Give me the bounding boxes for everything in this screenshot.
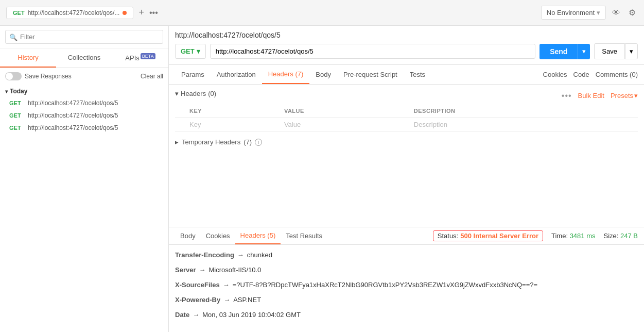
send-dropdown-button[interactable]: ▾ (578, 44, 590, 59)
response-header-row: Date → Mon, 03 Jun 2019 10:04:02 GMT (175, 311, 638, 319)
dots-menu[interactable]: ••• (562, 91, 572, 101)
response-tab-body[interactable]: Body (175, 228, 201, 244)
row-description[interactable]: Description (410, 118, 638, 132)
response-tab-headers[interactable]: Headers (5) (235, 227, 281, 244)
history-url: http://localhost:4727/ocelot/qos/5 (28, 112, 118, 119)
request-url-title: http://localhost:4727/ocelot/qos/5 (175, 31, 638, 39)
sidebar-tab-history[interactable]: History (0, 48, 56, 68)
resp-arrow-3: → (223, 296, 230, 304)
time-label: Time: 3481 ms (551, 232, 596, 240)
tmp-headers-label: Temporary Headers (182, 138, 240, 146)
tab-params[interactable]: Params (175, 65, 211, 84)
section-arrow: ▾ (5, 89, 8, 94)
resp-val-2: =?UTF-8?B?RDpcTWFya1xHaXRcT2NlbG90RGVtb1… (233, 281, 537, 289)
tab-body[interactable]: Body (309, 65, 337, 84)
save-dropdown-button[interactable]: ▾ (625, 43, 638, 59)
th-checkbox (175, 105, 185, 118)
resp-val-0: chunked (247, 251, 272, 259)
tmp-headers-count: (7) (243, 138, 252, 146)
unsaved-dot (123, 11, 127, 15)
gear-button[interactable]: ⚙ (626, 6, 638, 20)
send-button[interactable]: Send (539, 44, 578, 59)
headers-group-label: Headers (181, 90, 206, 97)
tmp-headers-info[interactable]: i (255, 139, 262, 146)
tab-headers[interactable]: Headers (7) (262, 65, 310, 84)
tab-authorization[interactable]: Authorization (211, 65, 262, 84)
history-method: GET (9, 100, 24, 106)
list-item[interactable]: GET http://localhost:4727/ocelot/qos/5 (5, 109, 163, 122)
headers-section: ▾ Headers (0) ••• Bulk Edit Presets ▾ (169, 85, 644, 227)
response-tab-cookies[interactable]: Cookies (201, 228, 235, 244)
time-value: 3481 ms (570, 232, 596, 240)
eye-button[interactable]: 👁 (610, 6, 622, 20)
row-key[interactable]: Key (185, 118, 280, 132)
table-row: Key Value Description (175, 118, 638, 132)
request-row: GET ▾ Send ▾ Save ▾ (175, 43, 638, 59)
clear-all-button[interactable]: Clear all (141, 73, 163, 80)
method-select[interactable]: GET ▾ (175, 44, 206, 59)
save-button[interactable]: Save (594, 43, 625, 59)
request-tab-bar: GET http://localhost:4727/ocelot/qos/...… (6, 6, 158, 19)
request-url-bar: http://localhost:4727/ocelot/qos/5 GET ▾… (169, 26, 644, 65)
env-chevron: ▾ (597, 9, 600, 16)
resp-key-1: Server (175, 266, 196, 274)
presets-button[interactable]: Presets ▾ (611, 92, 638, 99)
resp-val-3: ASP.NET (233, 296, 261, 304)
headers-group-arrow: ▾ (175, 90, 179, 97)
resp-val-4: Mon, 03 Jun 2019 10:04:02 GMT (202, 311, 301, 319)
history-method: GET (9, 112, 24, 119)
resp-key-4: Date (175, 311, 189, 319)
headers-group-title[interactable]: ▾ Headers (0) (175, 90, 216, 97)
list-item[interactable]: GET http://localhost:4727/ocelot/qos/5 (5, 122, 163, 134)
resp-key-3: X-Powered-By (175, 296, 220, 304)
sidebar-tab-collections[interactable]: Collections (56, 48, 112, 68)
resp-key-2: X-SourceFiles (175, 281, 220, 289)
bulk-edit-button[interactable]: Bulk Edit (578, 92, 604, 99)
history-method: GET (9, 125, 24, 131)
response-tabs: Body Cookies Headers (5) Test Results St… (169, 227, 644, 245)
row-checkbox (175, 118, 185, 132)
response-header-row: Server → Microsoft-IIS/10.0 (175, 266, 638, 274)
response-status-bar: Status: 500 Internal Server Error Time: … (433, 230, 638, 241)
tab-prerequest[interactable]: Pre-request Script (337, 65, 404, 84)
toggle-knob (6, 73, 13, 80)
size-label: Size: 247 B (604, 232, 638, 240)
sidebar-actions: Save Responses Clear all (0, 68, 168, 85)
status-label: Status: (438, 232, 458, 240)
sidebar-tab-apis[interactable]: APIsBETA (112, 48, 168, 68)
response-tab-test-results[interactable]: Test Results (281, 228, 327, 244)
comments-link[interactable]: Comments (0) (596, 71, 638, 78)
row-value[interactable]: Value (280, 118, 410, 132)
history-url: http://localhost:4727/ocelot/qos/5 (28, 99, 118, 107)
list-item[interactable]: GET http://localhost:4727/ocelot/qos/5 (5, 97, 163, 109)
headers-table: KEY VALUE DESCRIPTION Key Value Descript… (175, 105, 638, 132)
th-description: DESCRIPTION (410, 105, 638, 118)
method-chevron: ▾ (197, 47, 200, 55)
response-header-row: Transfer-Encoding → chunked (175, 251, 638, 259)
tab-method: GET (13, 10, 25, 16)
save-responses-toggle[interactable] (5, 72, 22, 80)
tmp-headers-arrow (175, 138, 179, 146)
today-section-title[interactable]: ▾ Today (5, 88, 163, 95)
environment-select[interactable]: No Environment ▾ (541, 6, 606, 20)
main-area: 🔍 History Collections APIsBETA Save Resp… (0, 26, 644, 332)
resp-arrow-4: → (193, 311, 199, 319)
add-tab-button[interactable]: + (135, 6, 147, 19)
tmp-headers-row[interactable]: Temporary Headers (7) i (175, 138, 638, 146)
tab-tests[interactable]: Tests (404, 65, 431, 84)
search-icon: 🔍 (9, 33, 18, 41)
more-tabs-button[interactable]: ••• (149, 8, 158, 18)
resp-arrow-2: → (223, 281, 230, 289)
top-bar: GET http://localhost:4727/ocelot/qos/...… (0, 0, 644, 26)
status-code: 500 Internal Server Error (460, 232, 538, 240)
url-input[interactable] (210, 44, 535, 59)
search-input[interactable] (5, 30, 163, 44)
beta-badge: BETA (141, 53, 155, 59)
request-tabs: Params Authorization Headers (7) Body Pr… (169, 65, 644, 85)
cookies-link[interactable]: Cookies (543, 71, 567, 78)
headers-count: (0) (208, 90, 216, 97)
save-button-group: Save ▾ (594, 43, 638, 59)
code-link[interactable]: Code (573, 71, 589, 78)
active-request-tab[interactable]: GET http://localhost:4727/ocelot/qos/... (6, 7, 133, 19)
resp-arrow-0: → (237, 251, 244, 259)
